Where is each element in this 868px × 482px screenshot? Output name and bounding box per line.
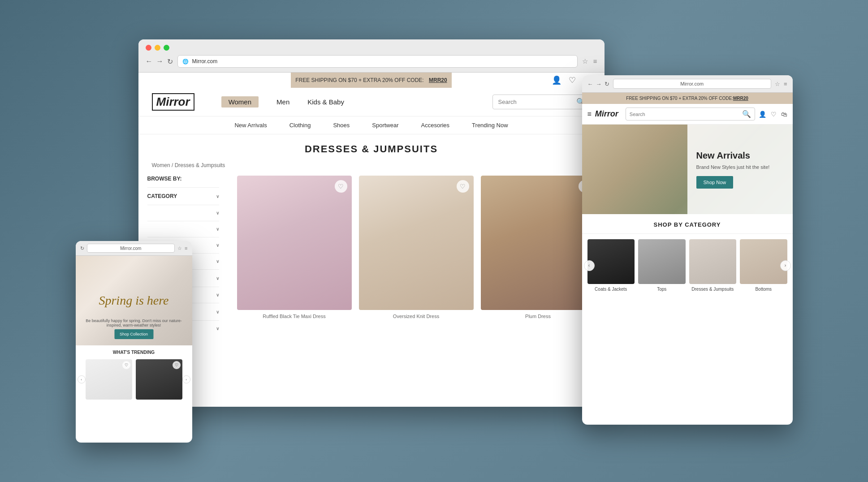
main-browser-window: ← → ↻ 🌐 Mirror.com ☆ ≡ FREE SHIPPING ON … bbox=[138, 39, 605, 407]
filter-2[interactable]: ∨ bbox=[147, 205, 219, 221]
nav-men[interactable]: Men bbox=[276, 96, 289, 108]
left-address-bar[interactable]: Mirror.com bbox=[87, 244, 175, 253]
sub-nav-trending[interactable]: Trending Now bbox=[472, 122, 508, 129]
filter-3[interactable]: ∨ bbox=[147, 221, 219, 237]
bottoms-label: Bottoms bbox=[740, 287, 787, 292]
wishlist-button-1[interactable]: ♡ bbox=[335, 180, 347, 193]
carousel-prev-button[interactable]: ‹ bbox=[584, 260, 595, 271]
category-grid: Coats & Jackets Tops Dresses & Jumpsuits… bbox=[582, 234, 793, 297]
right-wishlist-icon[interactable]: ♡ bbox=[771, 111, 777, 118]
right-nav-icons: 👤 ♡ 🛍 bbox=[759, 111, 787, 118]
product-name-2: Oversized Knit Dress bbox=[359, 314, 474, 319]
left-product-carousel: ♡ ♡ ‹ › bbox=[81, 359, 187, 400]
search-input[interactable] bbox=[498, 99, 573, 105]
right-site-banner: FREE SHIPPING ON $70 + EXTRA 20% OFF COD… bbox=[582, 93, 793, 104]
left-bookmark-icon[interactable]: ☆ bbox=[177, 245, 182, 251]
right-forward-button[interactable]: → bbox=[596, 81, 602, 87]
wishlist-icon[interactable]: ♡ bbox=[569, 75, 576, 85]
tops-label: Tops bbox=[638, 287, 686, 292]
sub-nav: New Arrivals Clothing Shoes Sportwear Ac… bbox=[138, 116, 605, 134]
right-bookmark-icon[interactable]: ☆ bbox=[775, 81, 780, 87]
chevron-down-icon-7: ∨ bbox=[216, 293, 219, 297]
address-bar-row: ← → ↻ 🌐 Mirror.com ☆ ≡ bbox=[146, 55, 597, 68]
right-cart-icon[interactable]: 🛍 bbox=[781, 111, 787, 118]
category-carousel: Coats & Jackets Tops Dresses & Jumpsuits… bbox=[582, 234, 793, 297]
right-refresh-button[interactable]: ↻ bbox=[605, 81, 609, 87]
chevron-down-icon-6: ∨ bbox=[216, 276, 219, 281]
right-site-logo[interactable]: Mirror bbox=[595, 109, 618, 119]
traffic-lights bbox=[146, 45, 597, 51]
chevron-down-icon-2: ∨ bbox=[216, 211, 219, 215]
category-dresses[interactable]: Dresses & Jumpsuits bbox=[689, 239, 737, 292]
right-hero-subtitle: Brand New Styles just hit the site! bbox=[696, 164, 784, 170]
left-carousel-prev-button[interactable]: ‹ bbox=[78, 375, 86, 383]
left-product-row: ♡ ♡ bbox=[86, 359, 182, 400]
right-user-icon[interactable]: 👤 bbox=[759, 111, 766, 118]
banner-text: FREE SHIPPING ON $70 + EXTRA 20% OFF COD… bbox=[291, 73, 451, 88]
right-hamburger-icon[interactable]: ≡ bbox=[587, 110, 592, 118]
coats-jackets-image bbox=[587, 239, 635, 284]
left-product-card-1: ♡ bbox=[86, 359, 132, 400]
right-search-input[interactable] bbox=[630, 112, 739, 117]
nav-kids-baby[interactable]: Kids & Baby bbox=[307, 96, 344, 108]
dresses-image bbox=[689, 239, 737, 284]
right-back-button[interactable]: ← bbox=[587, 81, 593, 87]
back-button[interactable]: ← bbox=[146, 57, 153, 65]
sub-nav-sportwear[interactable]: Sportwear bbox=[372, 122, 398, 129]
refresh-button[interactable]: ↻ bbox=[167, 57, 173, 66]
site-logo[interactable]: Mirror bbox=[152, 93, 194, 111]
product-card-3: ♡ Plum Dress bbox=[481, 176, 596, 336]
left-wishlist-button-2[interactable]: ♡ bbox=[173, 361, 181, 369]
filter-category[interactable]: CATEGORY ∨ bbox=[147, 187, 219, 205]
globe-icon: 🌐 bbox=[182, 59, 189, 65]
right-menu-icon[interactable]: ≡ bbox=[784, 81, 787, 87]
address-bar[interactable]: 🌐 Mirror.com bbox=[177, 55, 578, 68]
nav-women[interactable]: Women bbox=[221, 96, 259, 108]
minimize-button[interactable] bbox=[155, 45, 160, 51]
chevron-down-icon-9: ∨ bbox=[216, 326, 219, 331]
breadcrumb: Women / Dresses & Jumpsuits bbox=[152, 162, 605, 168]
right-search-bar[interactable]: 🔍 bbox=[626, 108, 755, 120]
close-button[interactable] bbox=[146, 45, 151, 51]
sub-nav-new-arrivals[interactable]: New Arrivals bbox=[234, 122, 267, 129]
left-trending-section: WHAT'S TRENDING ♡ ♡ ‹ › bbox=[76, 345, 192, 404]
right-browser-chrome: ← → ↻ Mirror.com ☆ ≡ bbox=[582, 75, 793, 93]
left-shop-collection-button[interactable]: Shop Collection bbox=[114, 329, 153, 339]
right-address-bar[interactable]: Mirror.com bbox=[613, 79, 771, 89]
product-grid: ♡ Ruffled Black Tie Maxi Dress ♡ Oversiz… bbox=[228, 176, 605, 336]
product-name-3: Plum Dress bbox=[481, 314, 596, 319]
sub-nav-accesories[interactable]: Accesories bbox=[421, 122, 450, 129]
left-hero-title: Spring is here bbox=[90, 284, 177, 317]
hamburger-menu-icon[interactable]: ≡ bbox=[593, 57, 597, 65]
product-image-3 bbox=[481, 176, 596, 310]
search-bar[interactable]: 🔍 bbox=[492, 95, 591, 109]
wishlist-button-2[interactable]: ♡ bbox=[457, 180, 469, 193]
left-carousel-next-button[interactable]: › bbox=[182, 375, 190, 383]
left-menu-icon[interactable]: ≡ bbox=[185, 245, 187, 251]
sub-nav-shoes[interactable]: Shoes bbox=[333, 122, 350, 129]
product-card-1: ♡ Ruffled Black Tie Maxi Dress bbox=[237, 176, 352, 336]
shop-now-button[interactable]: Shop Now bbox=[696, 176, 734, 189]
chevron-down-icon-5: ∨ bbox=[216, 259, 219, 264]
left-refresh-button[interactable]: ↻ bbox=[80, 245, 84, 251]
left-address-icons: ☆ ≡ bbox=[177, 245, 187, 251]
left-product-card-2: ♡ bbox=[136, 359, 182, 400]
category-tops[interactable]: Tops bbox=[638, 239, 686, 292]
chevron-down-icon: ∨ bbox=[216, 194, 219, 199]
product-layout: BROWSE BY: CATEGORY ∨ ∨ ∨ bbox=[138, 176, 605, 336]
user-icon[interactable]: 👤 bbox=[552, 75, 561, 85]
carousel-next-button[interactable]: › bbox=[780, 260, 791, 271]
right-hero-title: New Arrivals bbox=[696, 151, 784, 161]
sub-nav-clothing[interactable]: Clothing bbox=[289, 122, 311, 129]
chevron-down-icon-3: ∨ bbox=[216, 227, 219, 232]
bookmark-icon[interactable]: ☆ bbox=[582, 57, 588, 65]
chevron-down-icon-4: ∨ bbox=[216, 243, 219, 248]
forward-button[interactable]: → bbox=[156, 57, 164, 65]
left-hero-section: Spring is here Be beautifully happy for … bbox=[76, 256, 192, 345]
left-wishlist-button-1[interactable]: ♡ bbox=[122, 361, 130, 369]
page-title: DRESSES & JUMPSUITS bbox=[138, 143, 605, 155]
bottoms-image bbox=[740, 239, 787, 284]
maximize-button[interactable] bbox=[164, 45, 169, 51]
right-address-icons: ☆ ≡ bbox=[775, 81, 787, 87]
dresses-label: Dresses & Jumpsuits bbox=[689, 287, 737, 292]
